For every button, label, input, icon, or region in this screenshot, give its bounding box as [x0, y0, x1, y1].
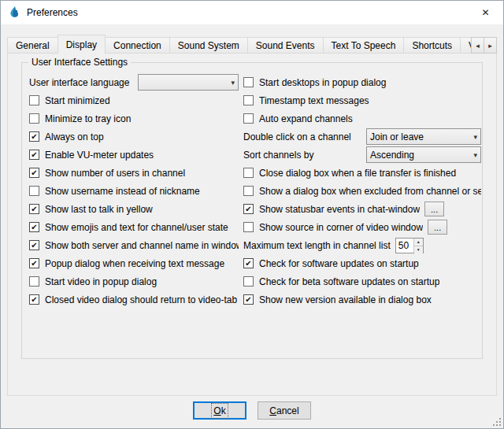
checkbox[interactable]	[243, 168, 254, 178]
checkbox-label: Show source in corner of video window	[259, 222, 423, 233]
tab-sound-system[interactable]: Sound System	[169, 37, 248, 54]
close-icon: ✕	[481, 7, 489, 18]
checkbox-label: Popup dialog when receiving text message	[45, 258, 224, 269]
checkbox-row: Start minimized	[29, 91, 239, 109]
checkbox-row: Check for beta software updates on start…	[243, 272, 481, 290]
checkbox[interactable]	[29, 95, 39, 105]
checkbox[interactable]: ✔	[29, 204, 39, 214]
tab-scroll-left-icon: ◂	[476, 42, 480, 50]
checkbox-row: Auto expand channels	[243, 109, 481, 128]
checkbox-label: Enable VU-meter updates	[45, 150, 154, 161]
checkbox-label: Check for software updates on startup	[259, 258, 419, 269]
video-source-row: Show source in corner of video window ..…	[243, 218, 481, 236]
left-checkbox-list: Start minimizedMinimize to tray icon✔Alw…	[29, 91, 239, 309]
cancel-button[interactable]: Cancel	[258, 401, 311, 420]
app-icon	[8, 6, 20, 19]
checkbox[interactable]: ✔	[29, 168, 39, 178]
tab-scroll-left-button[interactable]: ◂	[471, 37, 484, 54]
checkbox-label: Show emojis and text for channel/user st…	[45, 222, 228, 233]
checkbox[interactable]: ✔	[29, 240, 39, 250]
checkbox-row: ✔Show new version available in dialog bo…	[243, 290, 481, 309]
checkbox[interactable]	[243, 95, 254, 105]
ok-button[interactable]: Ok	[193, 401, 246, 420]
checkbox[interactable]: ✔	[29, 258, 39, 268]
resize-grip[interactable]	[491, 416, 502, 427]
checkbox[interactable]	[243, 186, 254, 196]
checkbox-row: ✔Always on top	[29, 128, 239, 146]
checkbox[interactable]: ✔	[243, 204, 254, 214]
checkbox-label: Start desktops in popup dialog	[259, 77, 386, 88]
checkbox-label: Start video in popup dialog	[45, 276, 157, 287]
tab-connection[interactable]: Connection	[105, 37, 170, 54]
checkbox-row: Timestamp text messages	[243, 91, 481, 109]
checkbox-row: ✔Closed video dialog should return to vi…	[29, 290, 239, 309]
spinner-arrows[interactable]: ▲ ▼	[413, 239, 423, 253]
checkbox[interactable]	[29, 186, 39, 196]
tab-general[interactable]: General	[7, 37, 58, 54]
double-click-dropdown-value: Join or leave	[370, 131, 470, 142]
max-text-length-label: Maximum text length in channel list	[243, 240, 391, 251]
checkbox[interactable]: ✔	[29, 150, 39, 160]
checkbox[interactable]: ✔	[29, 294, 39, 305]
checkbox[interactable]	[243, 222, 254, 232]
checkbox[interactable]	[243, 113, 254, 124]
spin-up-icon[interactable]: ▲	[414, 239, 423, 246]
chevron-down-icon: ▾	[473, 133, 477, 141]
settings-left-column: User interface language ▾ Start minimize…	[29, 73, 239, 309]
dialog-footer: Ok Cancel	[1, 401, 503, 420]
tab-scroll-right-button[interactable]: ▸	[484, 37, 497, 54]
tab-bar: GeneralDisplayConnectionSound SystemSoun…	[7, 34, 497, 54]
tab-sound-events[interactable]: Sound Events	[247, 37, 324, 54]
checkbox[interactable]	[243, 77, 254, 87]
tab-text-to-speech[interactable]: Text To Speech	[323, 37, 405, 54]
right-checkbox-list-mid: Close dialog box when a file transfer is…	[243, 164, 481, 200]
checkbox[interactable]	[29, 113, 39, 124]
checkbox-row: ✔Check for software updates on startup	[243, 254, 481, 272]
title-bar[interactable]: Preferences ✕	[1, 1, 503, 24]
double-click-row: Double click on a channel Join or leave …	[243, 128, 481, 146]
checkbox-row: ✔Enable VU-meter updates	[29, 146, 239, 164]
right-checkbox-list-top: Start desktops in popup dialogTimestamp …	[243, 73, 481, 128]
max-text-length-spinner[interactable]: 50 ▲ ▼	[395, 238, 424, 253]
checkbox-row: Show username instead of nickname	[29, 182, 239, 200]
tab-scroll-right-icon: ▸	[488, 42, 492, 50]
tab-shortcuts[interactable]: Shortcuts	[403, 37, 461, 54]
language-dropdown[interactable]: ▾	[138, 74, 239, 91]
close-button[interactable]: ✕	[468, 1, 503, 24]
tab-list: GeneralDisplayConnectionSound SystemSoun…	[7, 34, 497, 54]
checkbox-row: Close dialog box when a file transfer is…	[243, 164, 481, 182]
sort-channels-dropdown[interactable]: Ascending ▾	[366, 146, 481, 163]
sort-channels-row: Sort channels by Ascending ▾	[243, 146, 481, 164]
checkbox-row: Minimize to tray icon	[29, 109, 239, 128]
checkbox-row: Start desktops in popup dialog	[243, 73, 481, 91]
checkbox[interactable]: ✔	[243, 294, 254, 305]
video-source-options-button[interactable]: ...	[428, 220, 447, 235]
checkbox-label: Start minimized	[45, 95, 110, 106]
checkbox-row: ✔Popup dialog when receiving text messag…	[29, 254, 239, 272]
checkbox-label: Minimize to tray icon	[45, 113, 131, 124]
spin-down-icon[interactable]: ▼	[414, 246, 423, 253]
checkbox-label: Always on top	[45, 131, 104, 142]
tab-scroll-control: ◂ ▸	[472, 37, 497, 54]
sort-channels-dropdown-value: Ascending	[370, 150, 470, 161]
preferences-window: Preferences ✕ GeneralDisplayConnectionSo…	[0, 0, 504, 429]
checkbox-label: Show both server and channel name in win…	[45, 240, 239, 251]
statusbar-events-options-button[interactable]: ...	[424, 202, 444, 216]
checkbox-label: Closed video dialog should return to vid…	[45, 294, 237, 305]
checkbox-row: Start video in popup dialog	[29, 272, 239, 290]
checkbox[interactable]	[29, 276, 39, 287]
checkbox[interactable]: ✔	[29, 131, 39, 142]
statusbar-events-row: ✔ Show statusbar events in chat-window .…	[243, 200, 481, 218]
checkbox[interactable]	[243, 276, 254, 287]
double-click-dropdown[interactable]: Join or leave ▾	[366, 128, 481, 145]
settings-right-column: Start desktops in popup dialogTimestamp …	[243, 73, 481, 309]
tab-display[interactable]: Display	[57, 35, 106, 54]
checkbox-label: Show last to talk in yellow	[45, 204, 153, 215]
groupbox-title: User Interface Settings	[28, 57, 131, 68]
checkbox-label: Check for beta software updates on start…	[259, 276, 439, 287]
checkbox[interactable]: ✔	[29, 222, 39, 232]
checkbox[interactable]: ✔	[243, 258, 254, 268]
checkbox-label: Show number of users in channel	[45, 168, 185, 179]
checkbox-row: ✔Show number of users in channel	[29, 164, 239, 182]
checkbox-label: Close dialog box when a file transfer is…	[259, 168, 456, 179]
